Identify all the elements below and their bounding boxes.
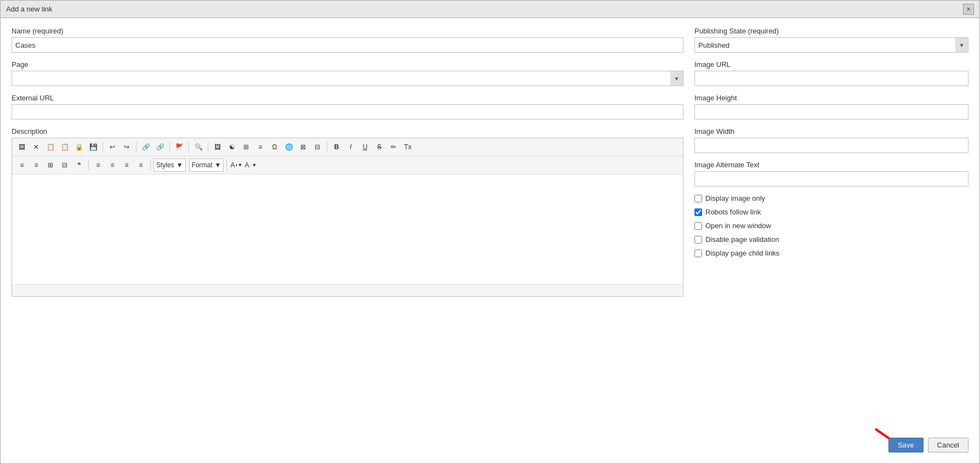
toolbar-sep-6: [327, 142, 327, 152]
toolbar-link-btn[interactable]: 🔗: [139, 140, 152, 154]
toolbar-ol-btn[interactable]: ≡: [15, 159, 29, 172]
toolbar-save-btn[interactable]: 💾: [87, 140, 100, 154]
name-label: Name (required): [12, 27, 683, 35]
dialog-titlebar: Add a new link ×: [1, 1, 979, 18]
save-button[interactable]: Save: [888, 438, 924, 452]
toolbar-align-justify-btn[interactable]: ≡: [134, 159, 147, 172]
page-select[interactable]: [12, 71, 683, 86]
display-page-child-links-checkbox[interactable]: [694, 250, 702, 257]
toolbar-save-lock-btn[interactable]: 🔒: [72, 140, 86, 154]
bg-color-letter: A: [244, 161, 249, 169]
toolbar-flag-btn[interactable]: 🚩: [173, 140, 186, 154]
image-alt-input[interactable]: [694, 171, 968, 186]
format-dropdown[interactable]: Format ▼: [189, 159, 224, 172]
toolbar-img2-btn[interactable]: 🖼: [211, 140, 224, 154]
bg-color-arrow: ▼: [252, 162, 257, 168]
toolbar-resize-btn[interactable]: ⊟: [311, 140, 324, 154]
toolbar-image-btn[interactable]: 🖼: [15, 140, 29, 154]
disable-page-validation-checkbox[interactable]: [694, 236, 702, 244]
external-url-label: External URL: [12, 94, 683, 102]
font-color-arrow: ▼: [238, 162, 243, 168]
external-url-field-group: External URL: [12, 94, 683, 120]
toolbar-cut-btn[interactable]: ✕: [30, 140, 43, 154]
open-new-window-label: Open in new window: [705, 222, 771, 230]
toolbar-font-color-btn[interactable]: A ▼: [230, 159, 243, 172]
description-field-group: Description 🖼 ✕ 📋 📋 🔒 💾 ↩: [12, 127, 683, 297]
styles-dropdown[interactable]: Styles ▼: [153, 159, 186, 172]
image-width-field-group: Image Width: [694, 127, 968, 153]
left-panel: Name (required) Page ▼ External URL: [12, 27, 683, 304]
font-color-indicator: [236, 164, 237, 166]
toolbar-bold-btn[interactable]: B: [330, 140, 343, 154]
toolbar-copy-btn[interactable]: 📋: [44, 140, 57, 154]
toolbar-search-btn[interactable]: 🔍: [192, 140, 205, 154]
display-image-only-label: Display image only: [705, 194, 765, 202]
display-page-child-links-group: Display page child links: [694, 249, 968, 257]
styles-label: Styles: [156, 161, 174, 169]
toolbar-fullscreen-btn[interactable]: ⊠: [297, 140, 310, 154]
robots-follow-link-checkbox[interactable]: [694, 208, 702, 216]
image-alt-field-group: Image Alternate Text: [694, 161, 968, 186]
toolbar-row-1: 🖼 ✕ 📋 📋 🔒 💾 ↩ ↪ 🔗 🔗: [15, 140, 680, 154]
toolbar-unlink-btn[interactable]: 🔗: [153, 140, 167, 154]
image-height-input[interactable]: [694, 104, 968, 120]
name-input[interactable]: [12, 37, 683, 53]
toolbar-sep-1: [102, 142, 103, 152]
publishing-state-select[interactable]: Published Draft Pending: [694, 37, 968, 53]
toolbar-special-btn[interactable]: ☯: [225, 140, 238, 154]
toolbar-sep-8: [150, 160, 151, 171]
image-alt-label: Image Alternate Text: [694, 161, 968, 169]
toolbar-sep-7: [88, 160, 89, 171]
cancel-button[interactable]: Cancel: [928, 438, 968, 452]
toolbar-align-right-btn[interactable]: ≡: [120, 159, 133, 172]
publishing-state-label: Publishing State (required): [694, 27, 968, 35]
toolbar-table-btn[interactable]: ⊞: [240, 140, 253, 154]
toolbar-underline-btn[interactable]: U: [358, 140, 372, 154]
robots-follow-link-group: Robots follow link: [694, 208, 968, 216]
robots-follow-link-label: Robots follow link: [705, 208, 761, 216]
image-url-input[interactable]: [694, 71, 968, 86]
display-image-only-checkbox[interactable]: [694, 195, 702, 202]
image-width-label: Image Width: [694, 127, 968, 135]
toolbar-blockquote-btn[interactable]: ❝: [72, 159, 86, 172]
toolbar-ul-btn[interactable]: ≡: [30, 159, 43, 172]
toolbar-outdent-btn[interactable]: ⊟: [58, 159, 71, 172]
toolbar-omega-btn[interactable]: Ω: [268, 140, 281, 154]
toolbar-clearformat-btn[interactable]: Tx: [401, 140, 414, 154]
toolbar-hr-btn[interactable]: ≡: [254, 140, 267, 154]
add-link-dialog: Add a new link × Name (required) Page ▼: [0, 0, 980, 464]
description-editor: 🖼 ✕ 📋 📋 🔒 💾 ↩ ↪ 🔗 🔗: [12, 138, 683, 297]
close-button[interactable]: ×: [963, 4, 974, 15]
dialog-title: Add a new link: [6, 5, 53, 13]
toolbar-redo-btn[interactable]: ↪: [120, 140, 133, 154]
image-width-input[interactable]: [694, 138, 968, 153]
toolbar-strike-btn[interactable]: S: [373, 140, 386, 154]
toolbar-italic-btn[interactable]: I: [344, 140, 357, 154]
toolbar-indent-btn[interactable]: ⊞: [44, 159, 57, 172]
image-height-label: Image Height: [694, 94, 968, 102]
toolbar-align-center-btn[interactable]: ≡: [106, 159, 119, 172]
display-image-only-group: Display image only: [694, 194, 968, 202]
name-field-group: Name (required): [12, 27, 683, 53]
display-page-child-links-label: Display page child links: [705, 249, 779, 257]
editor-toolbar-row1: 🖼 ✕ 📋 📋 🔒 💾 ↩ ↪ 🔗 🔗: [12, 138, 683, 156]
editor-statusbar: [12, 284, 683, 296]
editor-toolbar-row2: ≡ ≡ ⊞ ⊟ ❝ ≡ ≡ ≡ ≡ Styles: [12, 156, 683, 174]
image-url-field-group: Image URL: [694, 60, 968, 86]
page-field-group: Page ▼: [12, 60, 683, 86]
toolbar-bg-color-btn[interactable]: A ▼: [244, 159, 257, 172]
font-color-letter: A: [230, 161, 235, 169]
open-new-window-checkbox[interactable]: [694, 222, 702, 230]
toolbar-paste-btn[interactable]: 📋: [58, 140, 71, 154]
image-url-label: Image URL: [694, 60, 968, 69]
right-panel: Publishing State (required) Published Dr…: [694, 27, 968, 304]
toolbar-sep-2: [136, 142, 136, 152]
toolbar-align-left-btn[interactable]: ≡: [92, 159, 105, 172]
toolbar-undo-btn[interactable]: ↩: [106, 140, 119, 154]
external-url-input[interactable]: [12, 104, 683, 120]
description-label: Description: [12, 127, 683, 135]
toolbar-highlight-btn[interactable]: ✏: [387, 140, 400, 154]
editor-content-area[interactable]: [12, 174, 683, 284]
toolbar-globe-btn[interactable]: 🌐: [282, 140, 295, 154]
styles-arrow-icon: ▼: [176, 161, 183, 169]
